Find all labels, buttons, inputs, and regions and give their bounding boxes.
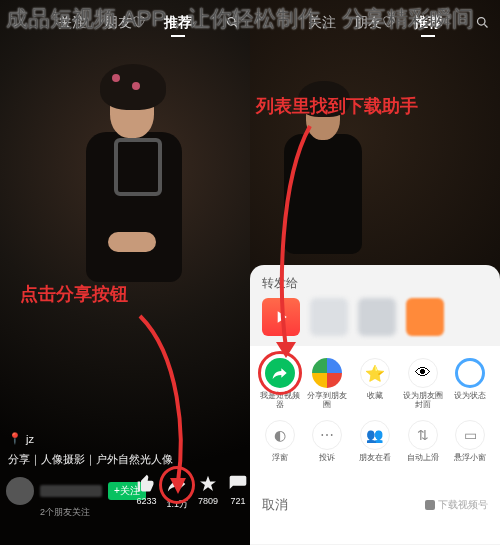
share-option-report[interactable]: ⋯投诉	[304, 420, 352, 472]
share-option-moments[interactable]: 分享到朋友圈	[304, 358, 352, 410]
brand-watermark: 下载视频号	[425, 498, 488, 512]
annotation-share: 点击分享按钮	[20, 282, 128, 306]
phone-left: 关注 朋友♡ 推荐 📍jz 分享｜人像摄影｜户外自然光人像 +关注 2个朋友关注…	[0, 0, 250, 545]
cancel-button[interactable]: 取消	[262, 496, 288, 514]
avatar[interactable]	[6, 477, 34, 505]
svg-marker-2	[170, 478, 186, 494]
share-option-autoscroll[interactable]: ⇅自动上滑	[399, 420, 447, 472]
share-option-float[interactable]: ◐浮窗	[256, 420, 304, 472]
share-option-cover[interactable]: 👁设为朋友圈封面	[399, 358, 447, 410]
recent-contact[interactable]	[406, 298, 444, 336]
share-option-favorite[interactable]: ⭐收藏	[351, 358, 399, 410]
fav-button[interactable]: 7809	[198, 474, 218, 511]
article-title: 成品短视频 APP，让你轻松制作、分享精彩瞬间	[6, 4, 494, 34]
comment-button[interactable]: 721	[228, 474, 248, 511]
svg-marker-5	[276, 342, 296, 358]
share-option-status[interactable]: 设为状态	[446, 358, 494, 410]
share-option-friends-watch[interactable]: 👥朋友在看	[351, 420, 399, 472]
share-grid: 我是短视频器 分享到朋友圈 ⭐收藏 👁设为朋友圈封面 设为状态 ◐浮窗 ⋯投诉 …	[250, 346, 500, 490]
side-by-side: 关注 朋友♡ 推荐 📍jz 分享｜人像摄影｜户外自然光人像 +关注 2个朋友关注…	[0, 0, 500, 545]
video-caption: 分享｜人像摄影｜户外自然光人像	[8, 452, 242, 467]
arrow-to-share-icon	[130, 306, 190, 496]
share-option-downloader[interactable]: 我是短视频器	[256, 358, 304, 410]
share-option-pip[interactable]: ▭悬浮小窗	[446, 420, 494, 472]
author-name[interactable]	[40, 485, 102, 497]
friends-following: 2个朋友关注	[40, 506, 90, 519]
person-illustration	[60, 60, 200, 320]
location-tag[interactable]: 📍jz	[8, 432, 34, 445]
recent-contact[interactable]	[358, 298, 396, 336]
arrow-to-downloader-icon	[270, 120, 330, 360]
annotation-find-helper: 列表里找到下载助手	[256, 94, 418, 118]
